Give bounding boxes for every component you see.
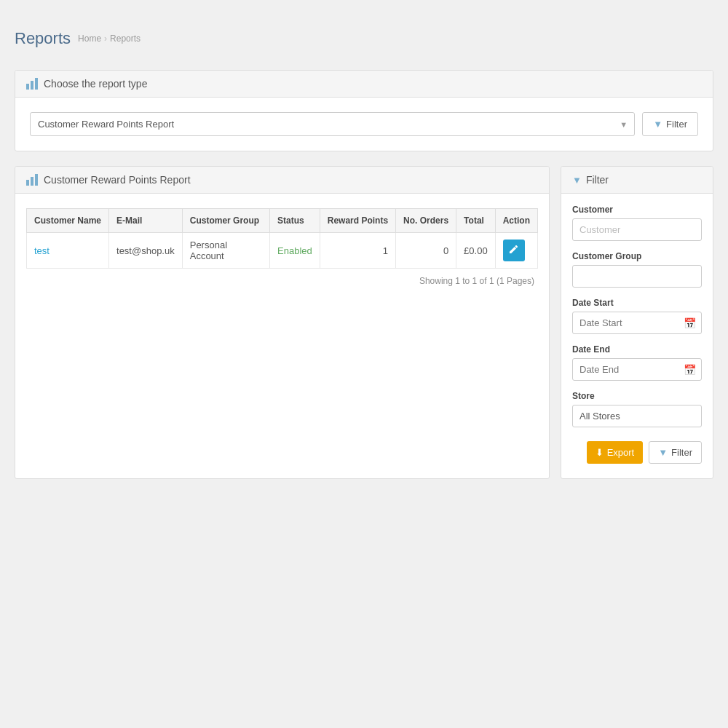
filter-customer-group-label: Customer Group xyxy=(572,251,702,261)
cell-no-orders: 0 xyxy=(396,233,456,269)
page-wrapper: Reports Home › Reports Choose the report… xyxy=(0,0,728,728)
filter-customer-label: Customer xyxy=(572,205,702,215)
page-title: Reports xyxy=(15,29,71,48)
filter-customer-field: Customer xyxy=(572,205,702,241)
data-panel-body: Customer Name E-Mail Customer Group Stat… xyxy=(15,194,549,301)
col-email: E-Mail xyxy=(109,209,183,233)
cell-customer-group: Personal Account xyxy=(182,233,269,269)
filter-date-end-label: Date End xyxy=(572,344,702,355)
filter-store-label: Store xyxy=(572,391,702,401)
date-end-wrapper: 📅 xyxy=(572,358,702,381)
filter-customer-group-input[interactable] xyxy=(572,265,702,288)
export-icon: ⬇ xyxy=(596,447,604,458)
filter-date-start-field: Date Start 📅 xyxy=(572,298,702,334)
report-type-filter-button[interactable]: ▼ Filter xyxy=(642,112,698,136)
table-body: test test@shop.uk Personal Account Enabl… xyxy=(27,233,538,269)
data-panel-heading: Customer Reward Points Report xyxy=(15,167,549,194)
breadcrumb-current: Reports xyxy=(110,33,141,44)
filter-customer-input[interactable] xyxy=(572,218,702,241)
col-customer-group: Customer Group xyxy=(182,209,269,233)
filter-funnel-icon: ▼ xyxy=(653,119,662,130)
filter-customer-group-field: Customer Group xyxy=(572,251,702,288)
data-panel: Customer Reward Points Report Customer N… xyxy=(15,166,550,479)
cell-email: test@shop.uk xyxy=(109,233,183,269)
table-row: test test@shop.uk Personal Account Enabl… xyxy=(27,233,538,269)
breadcrumb: Home › Reports xyxy=(78,33,141,44)
report-type-select[interactable]: Customer Reward Points Report Sales Repo… xyxy=(30,112,635,136)
col-reward-points: Reward Points xyxy=(320,209,395,233)
col-status: Status xyxy=(270,209,320,233)
col-customer-name: Customer Name xyxy=(27,209,109,233)
filter-sidebar-panel: ▼ Filter Customer Customer Group xyxy=(561,166,713,479)
pencil-icon xyxy=(509,245,518,256)
filter-actions: ⬇ Export ▼ Filter xyxy=(572,438,702,467)
page-header: Reports Home › Reports xyxy=(15,22,713,55)
report-type-filter-label: Filter xyxy=(666,119,687,130)
table-header-row: Customer Name E-Mail Customer Group Stat… xyxy=(27,209,538,233)
filter-date-end-field: Date End 📅 xyxy=(572,344,702,381)
filter-heading-icon: ▼ xyxy=(572,175,582,186)
data-table: Customer Name E-Mail Customer Group Stat… xyxy=(26,208,538,269)
filter-date-end-input[interactable] xyxy=(572,358,702,381)
container: Reports Home › Reports Choose the report… xyxy=(15,22,713,494)
edit-button[interactable] xyxy=(503,240,525,261)
report-type-panel-body: Customer Reward Points Report Sales Repo… xyxy=(15,98,713,151)
main-content: Customer Reward Points Report Customer N… xyxy=(15,166,713,494)
export-button[interactable]: ⬇ Export xyxy=(587,441,644,464)
table-head: Customer Name E-Mail Customer Group Stat… xyxy=(27,209,538,233)
cell-customer-name: test xyxy=(27,233,109,269)
filter-panel-heading: ▼ Filter xyxy=(561,167,713,194)
date-start-wrapper: 📅 xyxy=(572,312,702,334)
cell-action xyxy=(495,233,537,269)
export-label: Export xyxy=(607,447,635,458)
filter-store-select[interactable]: All Stores xyxy=(572,405,702,427)
report-type-panel-heading: Choose the report type xyxy=(15,71,713,98)
filter-apply-label: Filter xyxy=(671,447,692,458)
report-type-panel: Choose the report type Customer Reward P… xyxy=(15,70,713,151)
col-total: Total xyxy=(456,209,496,233)
cell-reward-points: 1 xyxy=(320,233,395,269)
col-action: Action xyxy=(495,209,537,233)
filter-section: Customer Customer Group Date Start 📅 xyxy=(561,194,713,478)
filter-panel-title: Filter xyxy=(586,174,609,186)
report-type-panel-title: Choose the report type xyxy=(44,78,147,90)
col-no-orders: No. Orders xyxy=(396,209,456,233)
filter-store-field: Store All Stores xyxy=(572,391,702,427)
data-chart-icon xyxy=(26,174,38,186)
chart-icon xyxy=(26,78,38,90)
filter-apply-icon: ▼ xyxy=(658,447,668,458)
pagination-info: Showing 1 to 1 of 1 (1 Pages) xyxy=(26,269,538,290)
data-panel-title: Customer Reward Points Report xyxy=(44,174,191,186)
filter-apply-button[interactable]: ▼ Filter xyxy=(649,441,702,464)
breadcrumb-separator: › xyxy=(104,33,107,44)
cell-status: Enabled xyxy=(270,233,320,269)
status-badge: Enabled xyxy=(277,245,312,256)
cell-total: £0.00 xyxy=(456,233,496,269)
filter-date-start-input[interactable] xyxy=(572,312,702,334)
breadcrumb-home[interactable]: Home xyxy=(78,33,101,44)
filter-date-start-label: Date Start xyxy=(572,298,702,308)
report-select-wrapper: Customer Reward Points Report Sales Repo… xyxy=(30,112,635,136)
report-type-row: Customer Reward Points Report Sales Repo… xyxy=(30,112,698,136)
customer-name-link[interactable]: test xyxy=(34,245,50,256)
